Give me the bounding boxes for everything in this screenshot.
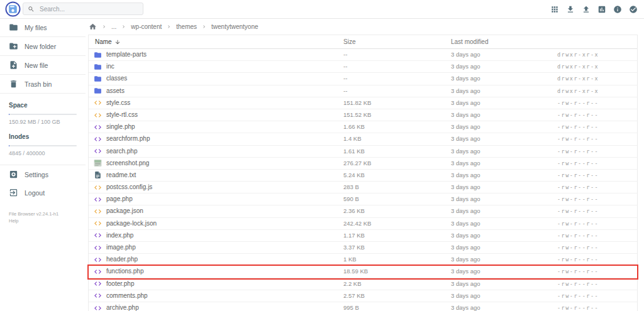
select-multiple-icon[interactable] — [629, 5, 638, 14]
sidebar-item-my-files[interactable]: My files — [0, 18, 86, 37]
table-row[interactable]: single.php 1.66 KB 3 days ago -rw-r--r-- — [89, 121, 637, 133]
info-icon[interactable] — [613, 5, 622, 14]
file-size: 283 B — [343, 182, 359, 193]
file-modified: 3 days ago — [451, 170, 480, 181]
table-row[interactable]: screenshot.png 276.27 KB 3 days ago -rw-… — [89, 158, 637, 170]
file-modified: 3 days ago — [451, 290, 480, 302]
code-purple-icon — [94, 292, 102, 300]
image-thumbnail-icon — [94, 159, 102, 167]
download-icon[interactable] — [566, 5, 575, 14]
file-size: 1.61 KB — [343, 146, 365, 157]
sidebar-item-new-file[interactable]: New file — [0, 56, 86, 75]
file-size: -- — [343, 49, 347, 60]
file-modified: 3 days ago — [451, 266, 480, 277]
logout-icon — [9, 188, 18, 197]
file-name: style.css — [106, 97, 130, 109]
file-name: index.php — [106, 230, 133, 241]
sidebar-item-settings[interactable]: Settings — [0, 165, 86, 183]
chevron-right-icon — [101, 24, 107, 30]
search-input[interactable] — [38, 5, 138, 13]
table-row[interactable]: inc -- 3 days ago drwxr-xr-x — [89, 61, 637, 73]
inodes-progress-bar — [9, 145, 77, 146]
table-row[interactable]: footer.php 2.2 KB 3 days ago -rw-r--r-- — [89, 278, 637, 290]
code-purple-icon — [94, 147, 102, 155]
code-purple-icon — [94, 244, 102, 252]
table-row[interactable]: template-parts -- 3 days ago drwxr-xr-x — [89, 49, 637, 61]
file-permissions: drwxr-xr-x — [557, 73, 599, 84]
table-row[interactable]: searchform.php 1.4 KB 3 days ago -rw-r--… — [89, 133, 637, 145]
text-file-icon — [94, 171, 102, 179]
code-amber-icon — [94, 183, 102, 192]
table-row[interactable]: page.php 590 B 3 days ago -rw-r--r-- — [89, 194, 637, 205]
file-size: 242.42 KB — [343, 218, 371, 229]
breadcrumb-segment[interactable]: themes — [176, 23, 197, 30]
space-progress-bar — [9, 114, 77, 115]
file-size: 1.17 KB — [343, 230, 365, 241]
table-row[interactable]: archive.php 995 B 3 days ago -rw-r--r-- — [89, 302, 637, 311]
settings-icon — [9, 170, 18, 179]
table-row[interactable]: readme.txt 5.24 KB 3 days ago -rw-r--r-- — [89, 170, 637, 182]
column-header-size[interactable]: Size — [343, 35, 355, 48]
trash-icon — [9, 79, 18, 89]
file-name: comments.php — [106, 290, 148, 302]
table-row[interactable]: postcss.config.js 283 B 3 days ago -rw-r… — [89, 182, 637, 194]
file-name: footer.php — [106, 278, 134, 290]
file-permissions: -rw-r--r-- — [557, 182, 599, 193]
file-size: -- — [343, 85, 347, 97]
column-header-modified[interactable]: Last modified — [451, 35, 488, 48]
file-name: image.php — [106, 242, 136, 253]
stats-icon[interactable] — [597, 5, 606, 14]
code-amber-icon — [94, 207, 102, 216]
column-header-name[interactable]: Name — [95, 35, 121, 48]
table-row[interactable]: header.php 1 KB 3 days ago -rw-r--r-- — [89, 254, 637, 266]
inodes-value: 4845 / 400000 — [9, 150, 77, 156]
code-amber-icon — [94, 99, 102, 107]
file-modified: 3 days ago — [451, 194, 480, 205]
file-permissions: -rw-r--r-- — [557, 230, 599, 241]
file-listing: Name Size Last modified template-parts -… — [88, 35, 638, 311]
sidebar-item-trash-bin[interactable]: Trash bin — [0, 75, 86, 94]
table-row[interactable]: functions.php 18.59 KB 3 days ago -rw-r-… — [89, 266, 637, 278]
chevron-right-icon — [201, 24, 207, 30]
file-name: readme.txt — [106, 170, 136, 181]
file-modified: 3 days ago — [451, 49, 480, 60]
code-amber-icon — [94, 111, 102, 119]
sidebar-item-logout[interactable]: Logout — [0, 183, 86, 202]
file-name: style-rtl.css — [106, 109, 138, 121]
breadcrumb-segment[interactable]: wp-content — [131, 23, 162, 30]
file-permissions: -rw-r--r-- — [557, 158, 599, 169]
file-modified: 3 days ago — [451, 242, 480, 253]
table-row[interactable]: style.css 151.82 KB 3 days ago -rw-r--r-… — [89, 97, 637, 109]
file-name: search.php — [106, 146, 137, 157]
file-size: 3.37 KB — [343, 242, 365, 253]
file-permissions: -rw-r--r-- — [557, 170, 599, 181]
code-purple-icon — [94, 231, 102, 239]
file-modified: 3 days ago — [451, 133, 480, 145]
table-row[interactable]: style-rtl.css 151.52 KB 3 days ago -rw-r… — [89, 109, 637, 121]
table-row[interactable]: classes -- 3 days ago drwxr-xr-x — [89, 73, 637, 85]
code-purple-icon — [94, 304, 102, 311]
table-row[interactable]: image.php 3.37 KB 3 days ago -rw-r--r-- — [89, 242, 637, 254]
search-icon — [28, 6, 35, 13]
table-row[interactable]: comments.php 2.57 KB 3 days ago -rw-r--r… — [89, 290, 637, 302]
file-permissions: -rw-r--r-- — [557, 194, 599, 205]
breadcrumb-segment[interactable]: twentytwentyone — [211, 23, 258, 30]
breadcrumb-segment[interactable]: ... — [111, 23, 116, 30]
grid-view-icon[interactable] — [550, 5, 559, 14]
table-row[interactable]: search.php 1.61 KB 3 days ago -rw-r--r-- — [89, 146, 637, 158]
help-link[interactable]: Help — [9, 217, 86, 224]
upload-icon[interactable] — [582, 5, 591, 14]
sidebar-item-new-folder[interactable]: New folder — [0, 37, 86, 56]
table-row[interactable]: index.php 1.17 KB 3 days ago -rw-r--r-- — [89, 230, 637, 242]
file-size: 276.27 KB — [343, 158, 371, 169]
sidebar-item-label: My files — [25, 24, 47, 31]
inodes-label: Inodes — [9, 133, 77, 140]
filebrowser-logo-icon[interactable] — [5, 1, 21, 17]
file-permissions: -rw-r--r-- — [557, 254, 599, 265]
file-modified: 3 days ago — [451, 230, 480, 241]
table-row[interactable]: package.json 2.36 KB 3 days ago -rw-r--r… — [89, 205, 637, 217]
table-row[interactable]: assets -- 3 days ago drwxr-xr-x — [89, 85, 637, 97]
table-row[interactable]: package-lock.json 242.42 KB 3 days ago -… — [89, 218, 637, 230]
home-icon[interactable] — [89, 23, 97, 31]
code-amber-icon — [94, 219, 102, 227]
